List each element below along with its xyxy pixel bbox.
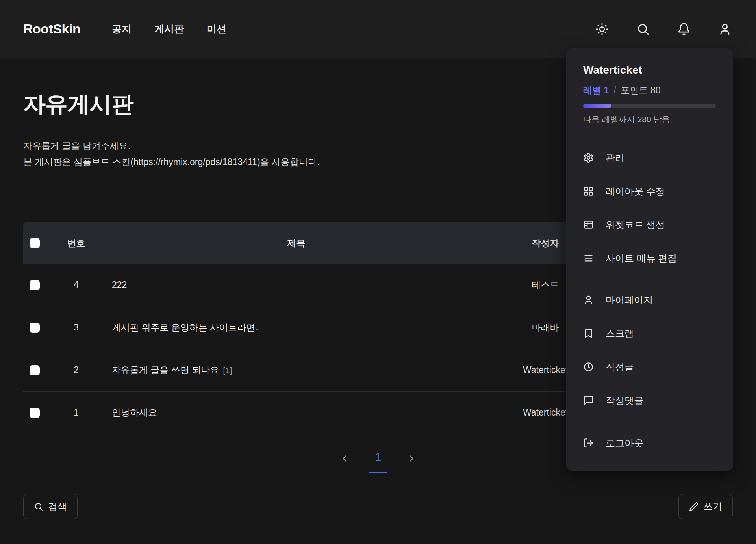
menu-item-mypage[interactable]: 마이페이지 <box>566 283 733 317</box>
menu-item-label: 레이아웃 수정 <box>606 185 665 198</box>
header-subject: 제목 <box>102 237 490 249</box>
bookmark-icon <box>583 328 594 339</box>
menu-lines-icon <box>583 253 594 264</box>
row-checkbox-cell <box>23 280 50 290</box>
user-icon <box>583 295 594 305</box>
nav-item-mission[interactable]: 미션 <box>207 22 226 35</box>
user-icon <box>718 22 732 36</box>
header-number: 번호 <box>50 237 102 249</box>
my-menu-group: 마이페이지 스크랩 작성글 작성댓글 <box>566 279 733 421</box>
level-progress-track <box>583 104 716 108</box>
page-number-current[interactable]: 1 <box>369 451 387 473</box>
nav-item-notice[interactable]: 공지 <box>112 22 132 35</box>
menu-item-admin[interactable]: 관리 <box>566 141 733 175</box>
username: Waterticket <box>583 64 716 76</box>
points-label: 포인트 80 <box>621 84 661 97</box>
row-checkbox[interactable] <box>30 408 40 418</box>
search-icon <box>636 22 650 36</box>
menu-item-label: 작성댓글 <box>606 394 643 407</box>
menu-item-label: 사이트 메뉴 편집 <box>606 252 677 265</box>
notifications-button[interactable] <box>676 21 692 37</box>
menu-item-scrap[interactable]: 스크랩 <box>566 317 733 350</box>
next-page-button[interactable] <box>404 451 419 466</box>
layout-grid-icon <box>583 186 594 197</box>
search-button[interactable] <box>635 21 651 37</box>
page-number: 1 <box>375 451 381 464</box>
select-all-checkbox[interactable] <box>30 238 40 248</box>
next-level-caption: 다음 레벨까지 280 남음 <box>583 114 716 125</box>
widget-panel-icon <box>583 219 594 230</box>
board-search-button[interactable]: 검색 <box>23 494 78 519</box>
menu-item-site-menu-edit[interactable]: 사이트 메뉴 편집 <box>566 241 733 275</box>
post-number: 3 <box>50 322 102 333</box>
admin-menu-group: 관리 레이아웃 수정 위젯코드 생성 사이트 메뉴 편집 <box>566 137 733 279</box>
level-badge[interactable]: 레벨 1 <box>583 84 609 97</box>
menu-item-layout-edit[interactable]: 레이아웃 수정 <box>566 175 733 208</box>
level-points-row: 레벨 1 / 포인트 80 <box>583 84 716 97</box>
row-checkbox-cell <box>23 408 50 418</box>
logo[interactable]: RootSkin <box>23 21 80 37</box>
sun-icon <box>595 22 609 36</box>
post-title-link[interactable]: 안녕하세요 <box>102 407 490 419</box>
menu-item-label: 마이페이지 <box>606 294 653 306</box>
menu-item-label: 위젯코드 생성 <box>606 219 665 231</box>
bell-icon <box>677 22 691 36</box>
post-title-link[interactable]: 자유롭게 글을 쓰면 되나요[1] <box>102 364 490 376</box>
menu-item-logout[interactable]: 로그아웃 <box>566 426 733 460</box>
menu-item-my-comments[interactable]: 작성댓글 <box>566 384 733 417</box>
write-button-label: 쓰기 <box>703 500 722 513</box>
nav-item-board[interactable]: 게시판 <box>154 22 184 35</box>
menu-item-label: 로그아웃 <box>606 437 643 449</box>
row-checkbox-cell <box>23 365 50 375</box>
menu-item-my-posts[interactable]: 작성글 <box>566 350 733 384</box>
menu-item-widget-code[interactable]: 위젯코드 생성 <box>566 208 733 241</box>
level-separator: / <box>613 85 616 96</box>
level-progress-fill <box>583 104 611 108</box>
menu-item-label: 작성글 <box>606 361 634 373</box>
search-icon <box>34 502 43 511</box>
clock-icon <box>583 362 594 372</box>
post-number: 4 <box>50 280 102 290</box>
pencil-icon <box>689 502 699 511</box>
row-checkbox[interactable] <box>30 365 40 375</box>
write-button[interactable]: 쓰기 <box>678 494 733 519</box>
prev-page-button[interactable] <box>337 451 352 466</box>
search-button-label: 검색 <box>48 500 67 513</box>
post-title-link[interactable]: 게시판 위주로 운영하는 사이트라면.. <box>102 321 490 334</box>
comment-count: [1] <box>223 366 232 375</box>
board-footer: 검색 쓰기 <box>23 494 733 519</box>
gear-icon <box>583 152 594 163</box>
active-page-underline <box>369 472 387 473</box>
post-title-link[interactable]: 222 <box>102 280 490 290</box>
navbar-actions <box>594 21 733 37</box>
post-number: 1 <box>50 407 102 418</box>
row-checkbox[interactable] <box>30 323 40 333</box>
logout-group: 로그아웃 <box>566 421 733 471</box>
post-number: 2 <box>50 365 102 375</box>
header-checkbox-cell <box>23 238 50 248</box>
chevron-right-icon <box>406 453 417 464</box>
profile-button[interactable] <box>717 21 733 37</box>
row-checkbox-cell <box>23 323 50 333</box>
row-checkbox[interactable] <box>30 280 40 290</box>
user-panel-header: Waterticket 레벨 1 / 포인트 80 다음 레벨까지 280 남음 <box>566 48 733 137</box>
menu-item-label: 스크랩 <box>606 327 634 340</box>
theme-toggle-button[interactable] <box>594 21 610 37</box>
logout-icon <box>583 438 594 448</box>
main-nav: 공지 게시판 미션 <box>112 22 226 35</box>
menu-item-label: 관리 <box>606 152 624 164</box>
message-icon <box>583 395 594 406</box>
user-dropdown-panel: Waterticket 레벨 1 / 포인트 80 다음 레벨까지 280 남음… <box>566 48 733 471</box>
chevron-left-icon <box>339 453 350 464</box>
